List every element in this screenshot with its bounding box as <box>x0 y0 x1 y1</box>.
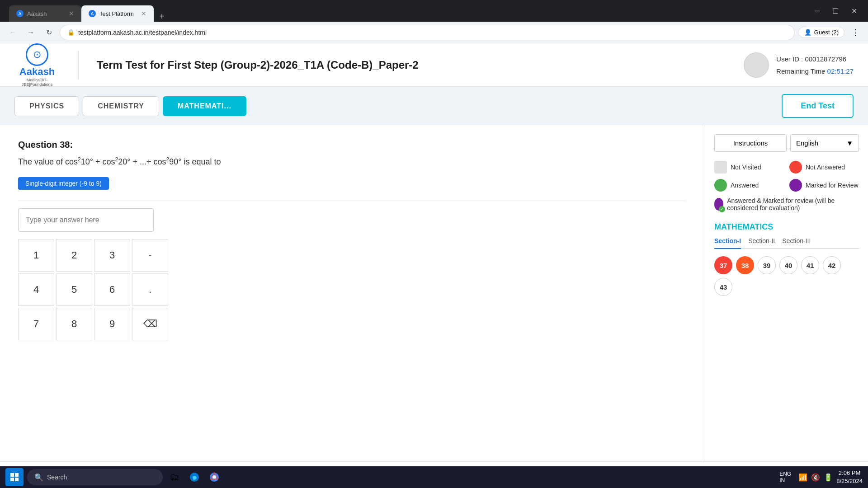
numpad-3[interactable]: 3 <box>94 239 130 272</box>
numpad-6[interactable]: 6 <box>94 273 130 306</box>
section-tab-2[interactable]: Section-II <box>748 237 775 249</box>
question-37[interactable]: 37 <box>714 256 732 274</box>
maximize-button[interactable]: ☐ <box>827 5 844 17</box>
tab-test-platform-label: Test Platform <box>99 10 134 17</box>
search-placeholder: Search <box>47 474 67 481</box>
time-display: 2:06 PM 8/25/2024 <box>836 469 863 485</box>
minimize-button[interactable]: ─ <box>809 5 825 17</box>
close-button[interactable]: ✕ <box>846 5 863 17</box>
user-avatar <box>744 52 769 78</box>
user-id-label: User ID <box>776 55 799 63</box>
numpad-5[interactable]: 5 <box>56 273 92 306</box>
numpad-9[interactable]: 9 <box>94 308 130 340</box>
not-visited-label: Not Visited <box>731 164 761 171</box>
app-header: ⊙ Aakash Medical|IIT-JEE|Foundations Ter… <box>0 43 868 87</box>
answered-label: Answered <box>731 182 759 189</box>
logo-text: Aakash <box>19 66 55 78</box>
taskbar: 🔍 Search 🗂 ENGIN 📶 🔇 🔋 2:06 PM 8/25/2024 <box>0 466 868 488</box>
logo-circle: ⊙ <box>26 43 48 66</box>
answer-input[interactable] <box>18 208 154 232</box>
tab-test-platform[interactable]: A Test Platform ✕ <box>81 5 154 22</box>
section-tab-3[interactable]: Section-III <box>782 237 811 249</box>
reload-button[interactable]: ↻ <box>42 25 56 40</box>
svg-rect-3 <box>15 478 19 481</box>
tab-bar: A Aakash ✕ A Test Platform ✕ + <box>9 0 168 22</box>
legend-not-answered: Not Answered <box>789 161 859 174</box>
marked-review-label: Marked for Review <box>806 182 859 189</box>
numpad-8[interactable]: 8 <box>56 308 92 340</box>
forward-button[interactable]: → <box>24 25 38 40</box>
legend-answered-marked: Answered & Marked for review (will be co… <box>714 197 859 211</box>
instructions-button[interactable]: Instructions <box>714 134 787 152</box>
logo-area: ⊙ Aakash Medical|IIT-JEE|Foundations <box>14 49 60 81</box>
taskbar-search[interactable]: 🔍 Search <box>27 469 163 485</box>
windows-icon <box>10 473 19 482</box>
numpad-2[interactable]: 2 <box>56 239 92 272</box>
window-controls: ─ ☐ ✕ <box>809 5 863 17</box>
marked-review-icon <box>789 179 802 192</box>
tab-test-platform-close[interactable]: ✕ <box>141 10 146 17</box>
subject-tabs: PHYSICS CHEMISTRY MATHEMATI... End Test <box>0 87 868 125</box>
section-title: MATHEMATICS <box>714 222 859 232</box>
svg-rect-2 <box>10 478 14 481</box>
svg-rect-1 <box>15 473 19 477</box>
user-info: User ID : 00012872796 Remaining Time 02:… <box>744 52 854 78</box>
sidebar: Instructions English ▼ Not Visited Not A… <box>705 125 868 461</box>
numpad-1[interactable]: 1 <box>18 239 54 272</box>
question-number: Question 38: <box>18 140 687 150</box>
browser-menu-button[interactable]: ⋮ <box>848 25 863 40</box>
end-test-button[interactable]: End Test <box>782 94 854 118</box>
svg-rect-0 <box>10 473 14 477</box>
profile-button[interactable]: 👤 Guest (2) <box>798 27 844 38</box>
header-divider <box>78 51 79 80</box>
logo-subtitle: Medical|IIT-JEE|Foundations <box>14 78 60 87</box>
user-details: User ID : 00012872796 Remaining Time 02:… <box>776 53 854 77</box>
numpad-backspace[interactable]: ⌫ <box>132 308 168 340</box>
url-text: testplatform.aakash.ac.in/testpanel/inde… <box>78 29 207 36</box>
answered-marked-label: Answered & Marked for review (will be co… <box>727 197 859 211</box>
current-date: 8/25/2024 <box>836 477 863 485</box>
section-tab-1[interactable]: Section-I <box>714 237 741 249</box>
tab-aakash-label: Aakash <box>27 10 47 17</box>
section-tabs: Section-I Section-II Section-III <box>714 237 859 249</box>
not-answered-label: Not Answered <box>806 164 845 171</box>
tab-aakash[interactable]: A Aakash ✕ <box>9 5 81 22</box>
question-38[interactable]: 38 <box>736 256 754 274</box>
tab-physics[interactable]: PHYSICS <box>14 96 79 116</box>
language-label: English <box>796 139 818 147</box>
legend-answered: Answered <box>714 179 784 192</box>
numpad-dot[interactable]: . <box>132 273 168 306</box>
wifi-icon: 📶 <box>798 473 807 482</box>
question-43[interactable]: 43 <box>714 278 732 296</box>
test-title: Term Test for First Step (Group-2)-2026_… <box>97 59 733 71</box>
tab-chemistry[interactable]: CHEMISTRY <box>83 96 159 116</box>
taskbar-app-browser1[interactable] <box>186 469 203 485</box>
main-content: Question 38: The value of cos210° + cos2… <box>0 125 868 461</box>
language-selector[interactable]: English ▼ <box>790 134 859 152</box>
tab-mathematics[interactable]: MATHEMATI... <box>163 96 246 116</box>
back-button[interactable]: ← <box>5 25 20 40</box>
taskbar-app-files[interactable]: 🗂 <box>166 469 183 485</box>
question-40[interactable]: 40 <box>779 256 797 274</box>
numpad-7[interactable]: 7 <box>18 308 54 340</box>
question-39[interactable]: 39 <box>758 256 776 274</box>
legend: Not Visited Not Answered Answered Marked… <box>714 161 859 211</box>
question-42[interactable]: 42 <box>823 256 841 274</box>
question-41[interactable]: 41 <box>801 256 819 274</box>
taskbar-app-browser2[interactable] <box>206 469 222 485</box>
start-button[interactable] <box>5 468 24 486</box>
answer-type-badge: Single-digit integer (-9 to 9) <box>18 177 109 190</box>
question-area: Question 38: The value of cos210° + cos2… <box>0 125 705 461</box>
svg-point-6 <box>212 475 216 479</box>
answered-icon <box>714 179 727 192</box>
tab-aakash-close[interactable]: ✕ <box>69 10 74 17</box>
chrome-icon <box>209 472 220 483</box>
address-bar[interactable]: 🔒 testplatform.aakash.ac.in/testpanel/in… <box>60 25 795 40</box>
language-indicator: ENGIN <box>776 471 795 483</box>
legend-marked-review: Marked for Review <box>789 179 859 192</box>
test-platform-favicon: A <box>89 10 96 17</box>
numpad-minus[interactable]: - <box>132 239 168 272</box>
numpad-4[interactable]: 4 <box>18 273 54 306</box>
new-tab-button[interactable]: + <box>156 11 168 22</box>
logo-image: ⊙ Aakash Medical|IIT-JEE|Foundations <box>14 49 60 81</box>
